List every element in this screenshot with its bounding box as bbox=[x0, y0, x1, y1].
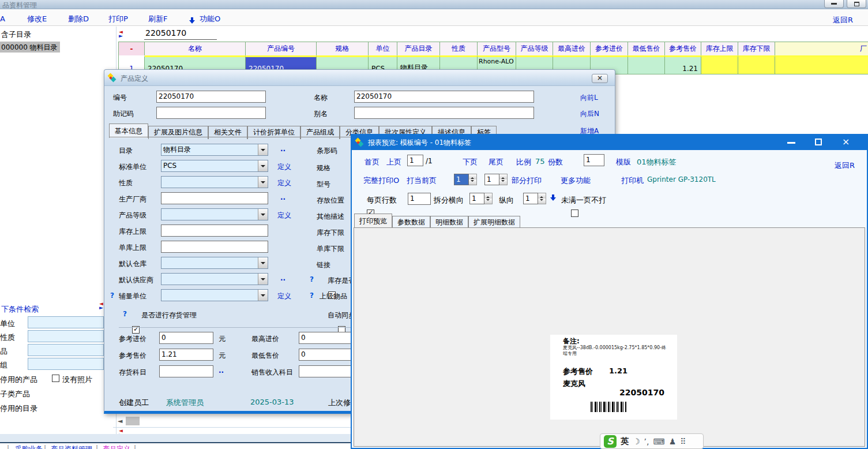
spin-down-icon[interactable] bbox=[469, 179, 476, 185]
catalog-combo[interactable]: 物料目录 bbox=[161, 144, 268, 156]
scroll-thumb[interactable] bbox=[126, 417, 140, 425]
dialog-close-button[interactable]: × bbox=[592, 74, 608, 83]
pv-from-spinner[interactable]: 1 bbox=[454, 174, 477, 185]
pv-next-page[interactable]: 下页 bbox=[463, 157, 478, 167]
col-rowmark[interactable]: - bbox=[119, 42, 145, 55]
spin-up-icon[interactable] bbox=[484, 193, 492, 199]
spin-up-icon[interactable] bbox=[538, 193, 546, 199]
pv-to-spinner[interactable]: 1 bbox=[484, 174, 508, 185]
bottom-tab-purchase[interactable]: 采购业务 bbox=[15, 444, 43, 449]
aux-unit-combo[interactable] bbox=[161, 289, 268, 301]
stock-max-input[interactable] bbox=[161, 224, 268, 237]
bottom-tab-product-define[interactable]: 产品定义 bbox=[103, 444, 130, 449]
col-nature[interactable]: 性质 bbox=[440, 42, 478, 55]
no-photo-checkbox[interactable] bbox=[52, 375, 59, 382]
maker-browse-link[interactable]: .. bbox=[280, 193, 285, 201]
tree-node-selected[interactable]: 000000 物料目录 bbox=[0, 42, 60, 53]
pv-full-print[interactable]: 完整打印O bbox=[363, 175, 399, 186]
spin-down-icon[interactable] bbox=[499, 179, 507, 185]
pv-rows-input[interactable]: 1 bbox=[408, 193, 431, 205]
supplier-combo[interactable] bbox=[161, 273, 268, 285]
h-scrollbar[interactable]: ◄ bbox=[117, 416, 347, 426]
warehouse-combo[interactable] bbox=[161, 257, 268, 269]
dropdown-icon[interactable] bbox=[258, 144, 268, 155]
pv-print-current[interactable]: 打当前页 bbox=[407, 175, 437, 186]
filter-group-input[interactable] bbox=[28, 358, 104, 370]
col-model[interactable]: 产品型号 bbox=[478, 42, 516, 55]
menu-add[interactable]: 新增A bbox=[0, 14, 5, 24]
col-grade[interactable]: 产品等级 bbox=[516, 42, 553, 55]
pv-copies-input[interactable]: 1 bbox=[584, 154, 604, 166]
supplier-browse-link[interactable]: .. bbox=[280, 274, 285, 282]
ime-toolbar[interactable]: S 英 ☽ ’, ⌨ ♟ ⠿ bbox=[600, 433, 704, 449]
pv-return-link[interactable]: 返回R bbox=[835, 160, 855, 171]
menu-print[interactable]: 打印P bbox=[108, 14, 128, 24]
pv-page-input[interactable]: 1 bbox=[407, 155, 423, 166]
filter-product-input[interactable] bbox=[28, 344, 104, 356]
mnemonic-input[interactable] bbox=[156, 107, 266, 119]
parent-help[interactable]: ? bbox=[310, 291, 314, 300]
scroll-left-icon[interactable]: ◄ bbox=[118, 417, 122, 425]
code-input[interactable]: 22050170 bbox=[156, 91, 266, 103]
nav-prev-link[interactable]: 向前L bbox=[580, 93, 598, 103]
ime-punct-icon[interactable]: ’, bbox=[644, 437, 649, 446]
col-min-sell[interactable]: 最低售价 bbox=[628, 42, 665, 55]
pv-last-page[interactable]: 尾页 bbox=[489, 157, 503, 167]
catalog-browse-link[interactable]: .. bbox=[280, 145, 285, 153]
menu-delete[interactable]: 删除D bbox=[68, 14, 89, 24]
minimize-button[interactable] bbox=[824, 0, 844, 8]
ref-sell-input[interactable]: 1.21 bbox=[159, 349, 213, 361]
preview-minimize-button[interactable] bbox=[787, 142, 795, 144]
sync-icon[interactable]: ◄► bbox=[119, 30, 123, 38]
ime-lang-icon[interactable]: 英 bbox=[621, 436, 629, 447]
col-unit[interactable]: 单位 bbox=[369, 42, 397, 55]
ime-person-icon[interactable]: ♟ bbox=[669, 437, 677, 446]
filter-pin-icon[interactable]: ◄► bbox=[99, 302, 103, 310]
bottom-tab-product-data[interactable]: 产品资料管理 bbox=[51, 444, 92, 449]
filter-unit-input[interactable] bbox=[28, 316, 104, 328]
pv-prev-page[interactable]: 上页 bbox=[386, 157, 401, 167]
col-stock-min[interactable]: 库存下限 bbox=[738, 42, 775, 55]
aux-unit-define-link[interactable]: 定义 bbox=[277, 291, 291, 301]
menu-refresh[interactable]: 刷新F bbox=[148, 14, 167, 24]
nature-combo[interactable] bbox=[161, 176, 268, 188]
tab-basic-info[interactable]: 基本信息 bbox=[109, 124, 148, 138]
ime-grid-icon[interactable]: ⠿ bbox=[680, 437, 686, 446]
col-ref-sell[interactable]: 参考售价 bbox=[665, 42, 701, 55]
col-code[interactable]: 产品编号 bbox=[246, 42, 317, 55]
col-spec[interactable]: 规格 bbox=[317, 42, 369, 55]
stock-subject-browse-link[interactable]: .. bbox=[219, 366, 224, 375]
dropdown-icon[interactable] bbox=[258, 290, 268, 301]
menu-func[interactable]: 功能O bbox=[200, 14, 220, 24]
preview-canvas[interactable]: 备注: 麦克风--38dB.-0.000015kg-2.75*1.85*0.90… bbox=[354, 227, 865, 447]
col-extra[interactable]: 厂 bbox=[775, 42, 868, 55]
pv-split-v-spinner[interactable]: 1 bbox=[523, 193, 546, 204]
main-return-link[interactable]: 返回R bbox=[833, 15, 853, 25]
store-max-input[interactable] bbox=[161, 241, 268, 253]
pv-partial-print[interactable]: 部分打印 bbox=[512, 175, 542, 186]
grade-define-link[interactable]: 定义 bbox=[277, 211, 291, 220]
pv-split-h-spinner[interactable]: 1 bbox=[469, 193, 493, 204]
pv-more-funcs[interactable]: 更多功能 bbox=[561, 175, 591, 186]
pv-nofull-checkbox[interactable] bbox=[571, 209, 578, 217]
dropdown-icon[interactable] bbox=[258, 160, 268, 171]
dropdown-icon[interactable] bbox=[258, 209, 268, 220]
aux-unit-help[interactable]: ? bbox=[110, 291, 114, 300]
dialog-titlebar[interactable]: 产品定义 × bbox=[104, 70, 615, 86]
preview-titlebar[interactable]: 报表预览: 模板编号 - 01物料标签 × bbox=[352, 135, 867, 150]
preview-close-button[interactable]: × bbox=[842, 136, 850, 147]
maximize-button[interactable] bbox=[847, 0, 866, 8]
inventory-help[interactable]: ? bbox=[123, 310, 127, 318]
nature-define-link[interactable]: 定义 bbox=[277, 178, 291, 188]
menu-edit[interactable]: 修改E bbox=[27, 14, 47, 24]
maker-input[interactable] bbox=[161, 192, 268, 204]
stock-subject-input[interactable] bbox=[159, 365, 213, 377]
grade-combo[interactable] bbox=[161, 208, 268, 220]
filter-nature-input[interactable] bbox=[28, 330, 104, 342]
ime-keyboard-icon[interactable]: ⌨ bbox=[653, 437, 664, 446]
dropdown-icon[interactable] bbox=[258, 274, 268, 285]
spin-down-icon[interactable] bbox=[484, 199, 492, 204]
ref-buy-input[interactable]: 0 bbox=[159, 332, 213, 344]
alias-input[interactable] bbox=[354, 107, 534, 119]
search-value[interactable]: 22050170 bbox=[145, 28, 186, 38]
